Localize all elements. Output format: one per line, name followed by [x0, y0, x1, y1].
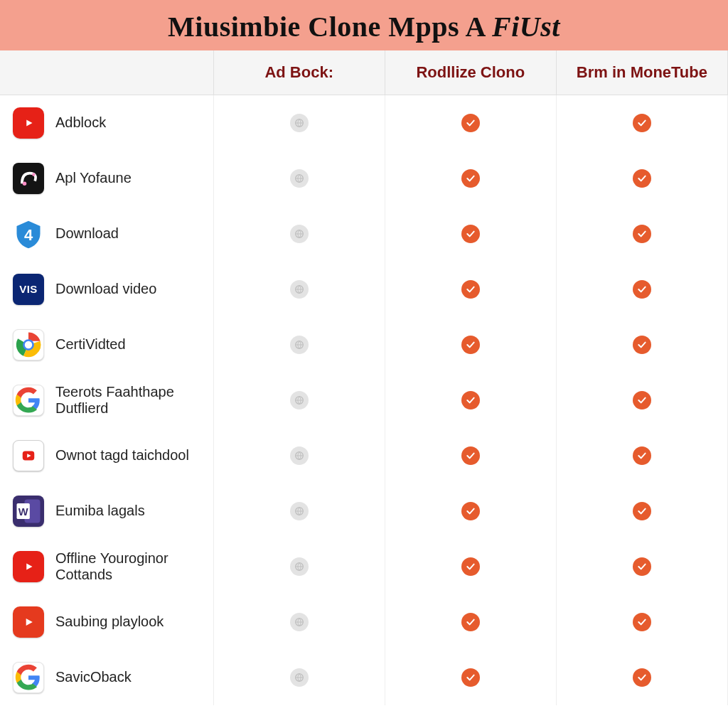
cell-monetube — [556, 206, 727, 262]
globe-icon — [290, 668, 309, 687]
app-cell: Adblock — [0, 95, 213, 151]
svg-text:W: W — [18, 505, 28, 517]
globe-icon — [290, 225, 309, 243]
check-icon — [633, 280, 651, 299]
app-cell: VIS Download video — [0, 262, 213, 317]
app-name: Saubing playlook — [55, 614, 164, 630]
cell-rodllize — [385, 151, 556, 206]
cell-rodllize — [385, 206, 556, 262]
table-row: 4 Download — [0, 206, 728, 262]
app-cell: W Eumiba lagals — [0, 483, 213, 539]
google-icon — [13, 385, 44, 416]
col-header-adbock: Ad Bock: — [213, 50, 385, 95]
svg-marker-22 — [26, 619, 33, 626]
cell-adbock — [213, 262, 385, 317]
title-italic: FiUst — [492, 11, 560, 43]
app-cell: CertiVidted — [0, 317, 213, 373]
app-name: Download — [55, 225, 119, 242]
app-wrap: Teerots Faahthape Dutflierd — [13, 384, 206, 417]
check-icon — [633, 557, 651, 576]
check-icon — [633, 336, 651, 354]
cell-adbock — [213, 151, 385, 206]
cell-monetube — [556, 373, 727, 428]
cell-monetube — [556, 317, 727, 373]
check-icon — [461, 613, 480, 631]
app-cell: SavicOback — [0, 650, 213, 705]
check-icon — [461, 502, 480, 520]
app-name: CertiVidted — [55, 336, 126, 353]
table-body: Adblock Apl Yofaune 4 Download VIS — [0, 95, 728, 705]
app-cell: Saubing playlook — [0, 594, 213, 650]
check-icon — [461, 336, 480, 354]
app-name: Ownot tagd taichdool — [55, 447, 189, 464]
col-header-monetube: Brm in MoneTube — [556, 50, 727, 95]
cell-adbock — [213, 594, 385, 650]
youtube-icon — [13, 107, 44, 139]
youtube-icon — [13, 551, 44, 582]
table-row: Teerots Faahthape Dutflierd — [0, 373, 728, 428]
cell-rodllize — [385, 594, 556, 650]
word-icon: W — [13, 496, 44, 527]
vis-icon: VIS — [13, 274, 44, 305]
table-row: Saubing playlook — [0, 594, 728, 650]
cell-monetube — [556, 151, 727, 206]
col-header-app — [0, 50, 213, 95]
globe-icon — [290, 502, 309, 520]
svg-text:4: 4 — [24, 226, 33, 244]
cell-adbock — [213, 428, 385, 483]
check-icon — [461, 668, 480, 687]
cell-monetube — [556, 262, 727, 317]
shield-icon: 4 — [13, 218, 44, 250]
app-cell: Ownot tagd taichdool — [0, 428, 213, 483]
cell-adbock — [213, 483, 385, 539]
globe-icon — [290, 280, 309, 299]
cell-monetube — [556, 650, 727, 705]
table-row: CertiVidted — [0, 317, 728, 373]
cell-rodllize — [385, 539, 556, 594]
cell-rodllize — [385, 483, 556, 539]
globe-icon — [290, 557, 309, 576]
cell-adbock — [213, 539, 385, 594]
app-wrap: W Eumiba lagals — [13, 496, 206, 527]
check-icon — [633, 613, 651, 631]
svg-point-2 — [23, 181, 27, 186]
app-name: Teerots Faahthape Dutflierd — [55, 384, 206, 417]
check-icon — [461, 391, 480, 410]
globe-icon — [290, 114, 309, 132]
check-icon — [633, 225, 651, 243]
app-wrap: Offline Youroginor Cottands — [13, 550, 206, 583]
col-header-rodllize: Rodllize Clono — [385, 50, 556, 95]
cell-rodllize — [385, 650, 556, 705]
table-row: Ownot tagd taichdool — [0, 428, 728, 483]
check-icon — [461, 280, 480, 299]
check-icon — [633, 446, 651, 465]
table-row: Offline Youroginor Cottands — [0, 539, 728, 594]
page-banner: Miusimbie Clone Mpps A FiUst — [0, 0, 728, 50]
app-wrap: Apl Yofaune — [13, 163, 206, 194]
svg-marker-20 — [26, 563, 32, 569]
cell-rodllize — [385, 95, 556, 151]
check-icon — [461, 446, 480, 465]
table-row: Adblock — [0, 95, 728, 151]
app-wrap: CertiVidted — [13, 329, 206, 360]
cell-adbock — [213, 317, 385, 373]
app-wrap: Ownot tagd taichdool — [13, 440, 206, 471]
cell-monetube — [556, 594, 727, 650]
cell-rodllize — [385, 262, 556, 317]
app-cell: 4 Download — [0, 206, 213, 262]
table-row: W Eumiba lagals — [0, 483, 728, 539]
globe-icon — [290, 336, 309, 354]
app-wrap: SavicOback — [13, 662, 206, 693]
app-wrap: VIS Download video — [13, 274, 206, 305]
cell-monetube — [556, 539, 727, 594]
check-icon — [461, 225, 480, 243]
check-icon — [461, 169, 480, 188]
app-name: Adblock — [55, 114, 106, 131]
cell-adbock — [213, 206, 385, 262]
dark-app-icon — [13, 163, 44, 194]
app-cell: Teerots Faahthape Dutflierd — [0, 373, 213, 428]
globe-icon — [290, 169, 309, 188]
chrome-icon — [13, 329, 44, 360]
app-name: Eumiba lagals — [55, 503, 145, 519]
check-icon — [633, 391, 651, 410]
